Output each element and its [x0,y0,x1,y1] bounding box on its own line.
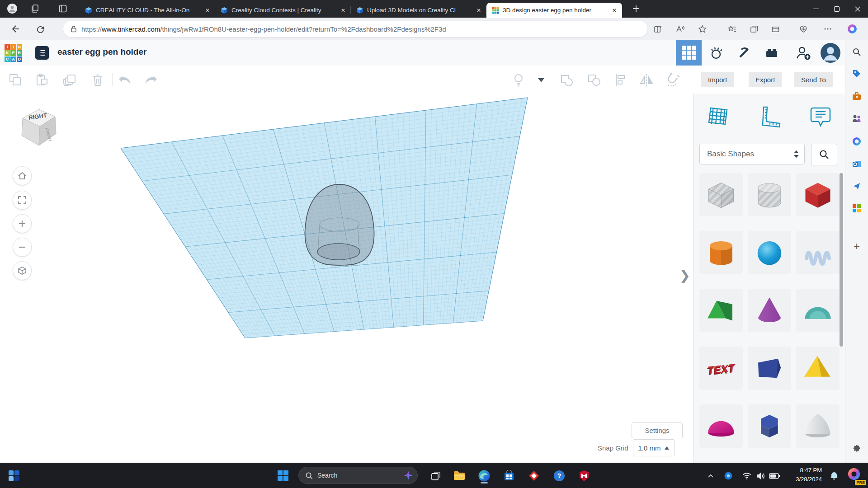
profile-avatar[interactable] [817,40,843,66]
shape-box[interactable] [796,173,840,216]
workspaces-icon[interactable] [28,3,42,14]
shape-polygon[interactable] [748,404,791,448]
shape-cylinder-hole[interactable] [748,173,791,216]
show-all-icon[interactable] [510,72,527,88]
ruler-tool-icon[interactable] [753,100,786,133]
paste-icon[interactable] [34,72,50,88]
show-all-caret-icon[interactable] [535,72,547,88]
start-button[interactable] [274,467,292,484]
send-to-button[interactable]: Send To [794,72,833,87]
ungroup-icon[interactable] [586,72,602,88]
sim-lab-icon[interactable] [703,40,729,66]
panel-collapse-handle[interactable]: ❯ [679,267,690,283]
copilot-icon[interactable] [844,21,860,37]
shape-box-hole[interactable] [699,173,743,216]
browser-tab[interactable]: Upload 3D Models on Creality Cl✕ [351,3,486,18]
snap-grid-dropdown[interactable]: 1.0 mm [633,439,675,456]
design-title[interactable]: easter egg pen holder [57,47,146,57]
align-icon[interactable] [612,72,628,88]
zoom-out-button[interactable] [13,238,32,257]
sidebar-shopping-icon[interactable] [849,66,864,81]
bricks-icon[interactable] [759,40,784,66]
sidebar-games-icon[interactable] [849,111,864,126]
tray-chevron-icon[interactable] [704,467,717,484]
settings-ellipsis-icon[interactable] [820,21,835,37]
file-explorer-icon[interactable] [451,467,468,484]
ms-store-icon[interactable] [500,467,518,484]
tab-close-icon[interactable]: ✕ [475,6,483,14]
magnet-icon[interactable] [665,72,681,88]
sidebar-outlook-icon[interactable] [849,156,864,172]
wallet-icon[interactable] [768,21,783,37]
notifications-bell-icon[interactable] [826,467,843,484]
shape-roof[interactable] [699,289,743,332]
tab-actions-icon[interactable] [56,3,70,14]
copy-icon[interactable] [7,72,24,88]
tray-app-icon[interactable] [722,467,735,484]
red-app-icon[interactable] [525,467,542,484]
shape-text[interactable]: TEXTTEXT [699,347,743,390]
address-bar[interactable]: https://www.tinkercad.com/things/jwRw1fR… [63,21,647,37]
duplicate-icon[interactable] [61,72,78,88]
notes-tool-icon[interactable] [804,100,837,133]
workplane-tool-icon[interactable] [702,100,735,133]
browser-tab[interactable]: 3D design easter egg pen holder✕ [486,3,622,18]
redo-icon[interactable] [143,72,159,88]
shape-search-button[interactable] [811,144,837,165]
split-screen-icon[interactable] [650,21,665,37]
sidebar-add-icon[interactable]: + [849,239,864,254]
fit-view-button[interactable] [13,191,32,210]
view-cube[interactable]: RIGHT FRONT [20,105,58,150]
tab-close-icon[interactable]: ✕ [203,6,212,14]
window-close-button[interactable] [847,0,868,18]
workplane[interactable] [0,94,693,463]
new-tab-button[interactable] [629,3,643,14]
lock-icon[interactable] [71,25,77,33]
taskbar-clock[interactable]: 8:47 PM 3/28/2024 [796,466,822,484]
panel-scrollbar[interactable] [840,173,843,347]
browser-tab[interactable]: CREALITY CLOUD - The All-in-On✕ [80,3,215,18]
settings-button[interactable]: Settings [632,422,683,438]
edge-icon[interactable] [476,467,493,484]
shape-wedge[interactable] [748,347,791,390]
battery-icon[interactable] [768,467,781,484]
tinkercad-logo[interactable]: TINKERCAD [5,44,22,62]
shape-paraboloid[interactable] [796,404,840,448]
home-view-button[interactable] [13,166,32,185]
window-maximize-button[interactable] [826,0,847,18]
design-menu-icon[interactable] [35,46,49,60]
window-minimize-button[interactable] [806,0,826,18]
wifi-icon[interactable] [741,467,753,484]
read-aloud-icon[interactable] [673,21,688,37]
collaborate-icon[interactable] [790,40,816,66]
sidebar-tools-icon[interactable] [849,89,864,104]
shape-cylinder[interactable] [699,231,743,274]
sidebar-drop-icon[interactable] [849,178,864,194]
task-view-icon[interactable] [427,467,444,484]
zoom-in-button[interactable] [13,214,32,233]
sidebar-settings-gear-icon[interactable] [849,441,864,456]
widgets-icon[interactable] [5,467,23,484]
shape-half-sphere[interactable] [699,404,743,448]
shape-cone[interactable] [748,289,791,332]
shapes-view-button[interactable] [676,40,702,66]
favorites-bar-icon[interactable] [724,21,740,37]
perspective-toggle-button[interactable] [13,261,32,280]
volume-icon[interactable] [754,467,767,484]
3d-viewport[interactable] [0,94,693,463]
browser-tab[interactable]: Creality Cloud Contests | Creality✕ [215,3,351,18]
tab-close-icon[interactable]: ✕ [610,6,618,14]
favorite-star-icon[interactable] [694,21,710,37]
taskbar-search[interactable]: Search [298,467,418,484]
shape-pyramid[interactable] [796,347,840,390]
shape-round-roof[interactable] [796,289,840,332]
shape-scribble[interactable] [796,231,840,274]
browser-essentials-icon[interactable] [796,21,811,37]
sidebar-m365-icon[interactable] [849,134,864,149]
copilot-pre-icon[interactable]: PRE [846,466,864,484]
back-icon[interactable] [7,21,23,37]
refresh-icon[interactable] [33,21,48,37]
shape-category-select[interactable]: Basic Shapes [699,144,805,164]
collections-icon[interactable] [746,21,761,37]
undo-icon[interactable] [117,72,133,88]
